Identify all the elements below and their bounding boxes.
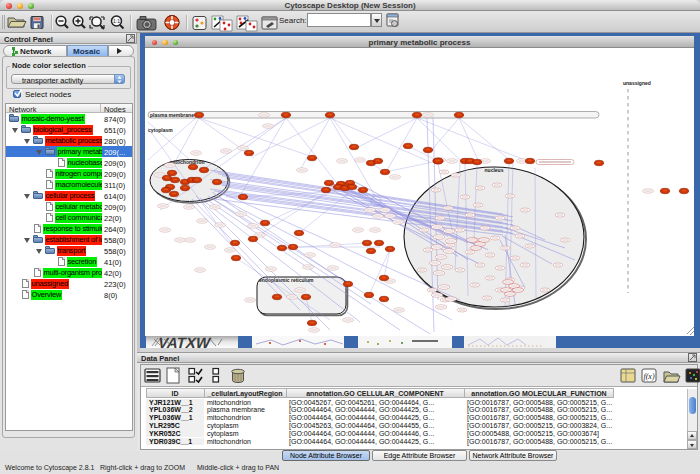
svg-text:plasma membrane: plasma membrane: [150, 112, 194, 118]
svg-text:unassigned: unassigned: [623, 80, 651, 86]
svg-text:1:1: 1:1: [113, 18, 120, 24]
svg-text:endoplasmic reticulum: endoplasmic reticulum: [259, 277, 314, 283]
svg-text:VATXW: VATXW: [156, 336, 213, 348]
svg-text:nucleus: nucleus: [485, 167, 504, 173]
svg-text:f(x): f(x): [643, 372, 654, 381]
svg-text:cytoplasm: cytoplasm: [148, 127, 173, 133]
